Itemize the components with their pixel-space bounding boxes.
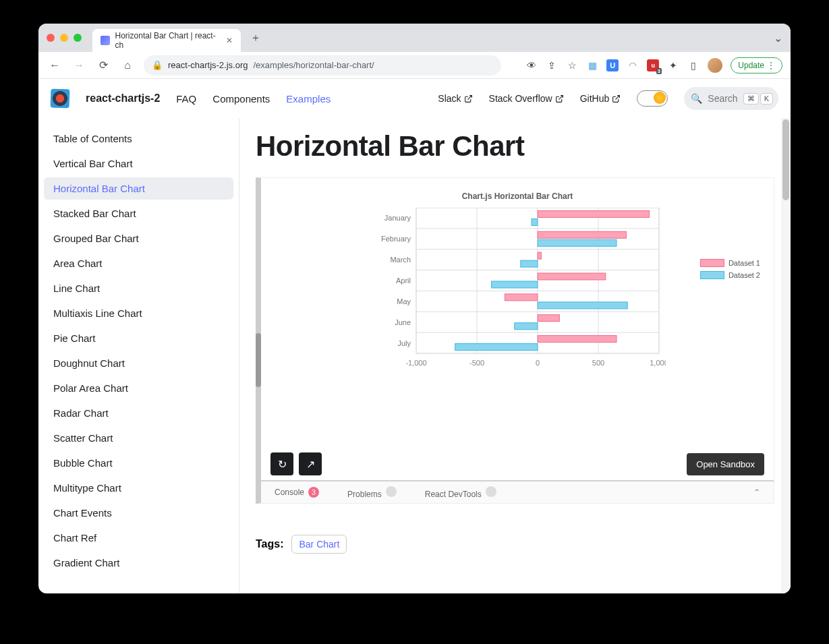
toolbar-actions: 👁 ⇪ ☆ ▦ U ◠ u3 ✦ ▯ Update ⋮ bbox=[525, 57, 782, 74]
open-sandbox-button[interactable]: Open Sandbox bbox=[687, 453, 764, 475]
browser-tab[interactable]: Horizontal Bar Chart | react-ch ✕ bbox=[92, 29, 241, 52]
sidebar-item[interactable]: Doughnut Chart bbox=[44, 352, 233, 374]
svg-text:-500: -500 bbox=[469, 359, 484, 367]
extension-ublock-icon[interactable]: u3 bbox=[647, 59, 659, 71]
svg-text:May: May bbox=[397, 297, 411, 305]
extension-icon[interactable]: ▦ bbox=[586, 59, 598, 71]
search-shortcut: ⌘K bbox=[743, 93, 773, 105]
search-placeholder: Search bbox=[708, 93, 737, 104]
svg-rect-29 bbox=[538, 273, 606, 280]
external-link-icon bbox=[464, 94, 473, 103]
search-input[interactable]: 🔍 Search ⌘K bbox=[684, 87, 778, 110]
star-icon[interactable]: ☆ bbox=[566, 59, 578, 71]
reload-button[interactable]: ⟳ bbox=[95, 57, 111, 74]
svg-text:June: June bbox=[395, 318, 411, 326]
svg-rect-32 bbox=[505, 294, 538, 301]
sidebar-item[interactable]: Vertical Bar Chart bbox=[44, 152, 233, 175]
new-tab-button[interactable]: ＋ bbox=[246, 28, 265, 47]
forward-button[interactable]: → bbox=[71, 57, 87, 74]
close-window-button[interactable] bbox=[47, 34, 55, 42]
extension-bitwarden-icon[interactable]: U bbox=[606, 59, 619, 71]
link-github[interactable]: GitHub bbox=[580, 93, 621, 104]
svg-rect-26 bbox=[538, 252, 541, 259]
svg-rect-39 bbox=[455, 344, 538, 351]
sidebar-item[interactable]: Radar Chart bbox=[44, 402, 233, 424]
sandbox-scrollbar[interactable] bbox=[256, 333, 261, 387]
theme-toggle[interactable] bbox=[637, 90, 668, 107]
menu-dots-icon: ⋮ bbox=[767, 61, 775, 70]
sidebar-item[interactable]: Gradient Chart bbox=[44, 552, 233, 574]
sidebar-item[interactable]: Horizontal Bar Chart bbox=[44, 177, 233, 200]
nav-faq[interactable]: FAQ bbox=[176, 93, 196, 105]
svg-rect-27 bbox=[521, 260, 538, 267]
sidebar-item[interactable]: Polar Area Chart bbox=[44, 377, 233, 399]
back-button[interactable]: ← bbox=[47, 57, 63, 74]
sidebar-item[interactable]: Chart Ref bbox=[44, 527, 233, 549]
sidebar: Table of ContentsVertical Bar ChartHoriz… bbox=[38, 118, 239, 593]
nav-examples[interactable]: Examples bbox=[286, 93, 331, 105]
svg-rect-23 bbox=[538, 231, 626, 238]
devtools-count-badge bbox=[486, 486, 496, 497]
refresh-sandbox-button[interactable]: ↻ bbox=[270, 452, 293, 475]
legend-swatch-icon bbox=[700, 259, 724, 267]
tab-problems[interactable]: Problems bbox=[347, 486, 397, 499]
panel-toggle-icon[interactable]: ⌃ bbox=[753, 488, 760, 497]
sidebar-item[interactable]: Stacked Bar Chart bbox=[44, 202, 233, 225]
browser-window: Horizontal Bar Chart | react-ch ✕ ＋ ⌄ ← … bbox=[38, 24, 791, 593]
tags-row: Tags: Bar Chart bbox=[256, 535, 774, 554]
minimize-window-button[interactable] bbox=[60, 34, 68, 42]
sidepanel-icon[interactable]: ▯ bbox=[687, 59, 699, 71]
open-external-button[interactable]: ↗ bbox=[299, 452, 322, 475]
sandbox-panel: Chart.js Horizontal Bar Chart -1,000-500… bbox=[256, 177, 774, 504]
sidebar-item[interactable]: Bubble Chart bbox=[44, 452, 233, 474]
search-icon: 🔍 bbox=[691, 93, 702, 104]
sidebar-item[interactable]: Area Chart bbox=[44, 252, 233, 274]
external-link-icon bbox=[612, 94, 621, 103]
address-bar[interactable]: 🔒 react-chartjs-2.js.org/examples/horizo… bbox=[144, 55, 501, 76]
sidebar-item[interactable]: Scatter Chart bbox=[44, 427, 233, 449]
eye-off-icon[interactable]: 👁 bbox=[525, 59, 538, 71]
sidebar-item[interactable]: Grouped Bar Chart bbox=[44, 227, 233, 250]
extension-vpn-icon[interactable]: ◠ bbox=[627, 59, 639, 71]
svg-rect-24 bbox=[538, 239, 617, 246]
tabs-menu-icon[interactable]: ⌄ bbox=[774, 32, 782, 45]
page-scrollbar[interactable] bbox=[781, 118, 791, 593]
sidebar-item[interactable]: Table of Contents bbox=[44, 127, 233, 150]
window-controls bbox=[47, 34, 82, 42]
svg-rect-36 bbox=[515, 323, 538, 330]
share-icon[interactable]: ⇪ bbox=[546, 59, 558, 71]
site-logo-icon[interactable] bbox=[51, 89, 70, 109]
url-path: /examples/horizontal-bar-chart/ bbox=[253, 60, 374, 70]
svg-text:0: 0 bbox=[536, 359, 540, 367]
external-link-icon bbox=[555, 94, 564, 103]
horizontal-bar-chart: -1,000-50005001,000JanuaryFebruaryMarchA… bbox=[369, 208, 666, 370]
nav-components[interactable]: Components bbox=[212, 93, 270, 105]
update-button[interactable]: Update ⋮ bbox=[731, 57, 782, 74]
close-tab-icon[interactable]: ✕ bbox=[226, 36, 233, 45]
sidebar-item[interactable]: Multiaxis Line Chart bbox=[44, 302, 233, 324]
svg-rect-21 bbox=[532, 218, 538, 225]
tab-react-devtools[interactable]: React DevTools bbox=[425, 486, 496, 499]
update-label: Update bbox=[738, 61, 764, 70]
site-brand[interactable]: react-chartjs-2 bbox=[86, 92, 160, 105]
page-title: Horizontal Bar Chart bbox=[256, 130, 774, 163]
svg-text:February: February bbox=[381, 235, 411, 243]
extensions-puzzle-icon[interactable]: ✦ bbox=[667, 59, 679, 71]
tab-console[interactable]: Console3 bbox=[275, 487, 319, 498]
sidebar-item[interactable]: Pie Chart bbox=[44, 327, 233, 349]
browser-toolbar: ← → ⟳ ⌂ 🔒 react-chartjs-2.js.org/example… bbox=[38, 52, 791, 79]
svg-text:March: March bbox=[390, 256, 411, 264]
sidebar-item[interactable]: Line Chart bbox=[44, 277, 233, 299]
maximize-window-button[interactable] bbox=[74, 34, 82, 42]
tag-bar-chart[interactable]: Bar Chart bbox=[291, 535, 347, 554]
link-slack[interactable]: Slack bbox=[438, 93, 472, 104]
home-button[interactable]: ⌂ bbox=[119, 57, 136, 74]
sidebar-item[interactable]: Chart Events bbox=[44, 502, 233, 524]
profile-avatar[interactable] bbox=[708, 58, 722, 73]
lock-icon: 🔒 bbox=[152, 60, 163, 70]
svg-text:500: 500 bbox=[592, 359, 604, 367]
svg-rect-35 bbox=[538, 315, 559, 322]
chart-legend: Dataset 1 Dataset 2 bbox=[700, 259, 760, 283]
sidebar-item[interactable]: Multitype Chart bbox=[44, 477, 233, 499]
link-stackoverflow[interactable]: Stack Overflow bbox=[489, 93, 564, 104]
